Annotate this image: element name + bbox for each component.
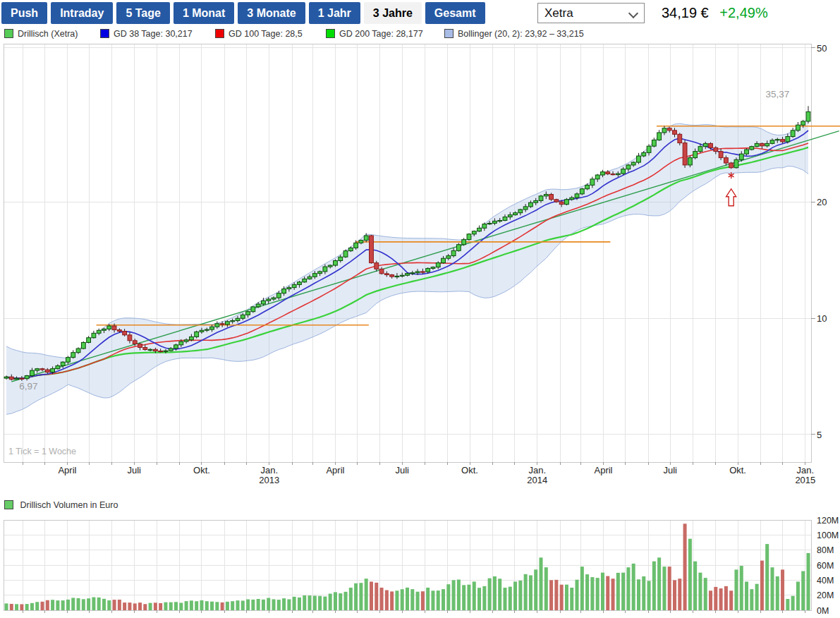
range-button-intraday[interactable]: Intraday [51, 2, 113, 24]
svg-text:6,97: 6,97 [19, 381, 37, 392]
volume-legend-swatch [4, 500, 13, 509]
volume-chart: 120M100M80M60M40M20M0M [0, 515, 840, 618]
legend-item-gd-38-tage: GD 38 Tage: 30,217 [100, 29, 193, 39]
range-button-1-jahr[interactable]: 1 Jahr [309, 2, 360, 24]
volume-legend-label: Drillisch Volumen in Euro [20, 500, 118, 510]
svg-text:Jan.: Jan. [260, 465, 278, 475]
range-button-3-monate[interactable]: 3 Monate [238, 2, 305, 24]
svg-text:20: 20 [817, 197, 827, 207]
range-button-5-tage[interactable]: 5 Tage [116, 2, 170, 24]
stock-chart-app: { "toolbar": { "buttons": [ {"label":"Pu… [0, 0, 840, 618]
svg-text:0M: 0M [817, 606, 829, 616]
svg-text:April: April [594, 465, 612, 475]
svg-text:Juli: Juli [395, 465, 409, 475]
svg-text:60M: 60M [817, 561, 834, 571]
svg-text:100M: 100M [817, 531, 839, 540]
svg-text:35,37: 35,37 [765, 89, 789, 99]
svg-text:Jan.: Jan. [529, 465, 547, 475]
svg-text:50: 50 [817, 43, 827, 54]
svg-text:2014: 2014 [527, 475, 547, 485]
svg-text:20M: 20M [817, 590, 834, 600]
legend-item-gd-100-tage: GD 100 Tage: 28,5 [215, 29, 303, 39]
price-change: +2,49% [719, 5, 767, 20]
legend-swatch [4, 29, 13, 38]
legend-item-drillisch-xetra: Drillisch (Xetra) [4, 29, 78, 39]
price-chart: 5020105AprilJuliOkt.Jan.2013AprilJuliOkt… [0, 42, 840, 497]
legend-swatch [326, 29, 335, 38]
quote: 34,19 € +2,49% [662, 5, 768, 21]
svg-text:10: 10 [817, 313, 827, 324]
exchange-select-value: Xetra [544, 6, 573, 20]
legend-item-bollinger-20-2: Bollinger (20, 2): 23,92 – 33,215 [444, 29, 584, 39]
svg-text:80M: 80M [817, 545, 834, 555]
svg-text:120M: 120M [817, 516, 839, 526]
svg-text:5: 5 [817, 430, 822, 440]
legend-swatch [100, 29, 109, 38]
range-toolbar: PushIntraday5 Tage1 Monat3 Monate1 Jahr3… [1, 2, 485, 24]
svg-text:1 Tick = 1 Woche: 1 Tick = 1 Woche [8, 447, 76, 456]
range-button-push[interactable]: Push [1, 2, 47, 24]
svg-text:Okt.: Okt. [729, 465, 746, 475]
svg-text:Jan.: Jan. [797, 465, 815, 475]
range-button-gesamt[interactable]: Gesamt [425, 2, 485, 24]
chevron-down-icon [628, 8, 638, 18]
svg-text:40M: 40M [817, 576, 834, 586]
svg-text:Okt.: Okt. [193, 465, 210, 475]
svg-text:Okt.: Okt. [461, 465, 478, 475]
legend-swatch [215, 29, 224, 38]
legend-item-gd-200-tage: GD 200 Tage: 28,177 [326, 29, 423, 39]
svg-text:April: April [326, 465, 344, 475]
range-button-1-monat[interactable]: 1 Monat [174, 2, 234, 24]
svg-text:2013: 2013 [259, 475, 279, 485]
svg-text:2015: 2015 [795, 475, 815, 485]
range-button-3-jahre[interactable]: 3 Jahre [364, 2, 422, 24]
svg-text:Juli: Juli [127, 465, 141, 475]
price-value: 34,19 € [662, 5, 709, 20]
chart-legend: Drillisch (Xetra)GD 38 Tage: 30,217GD 10… [0, 29, 840, 40]
exchange-select[interactable]: Xetra [537, 3, 645, 23]
volume-bars [5, 523, 810, 610]
svg-text:Juli: Juli [663, 465, 677, 475]
legend-swatch [444, 29, 454, 38]
svg-text:April: April [58, 465, 76, 475]
volume-legend: Drillisch Volumen in Euro [4, 500, 118, 510]
